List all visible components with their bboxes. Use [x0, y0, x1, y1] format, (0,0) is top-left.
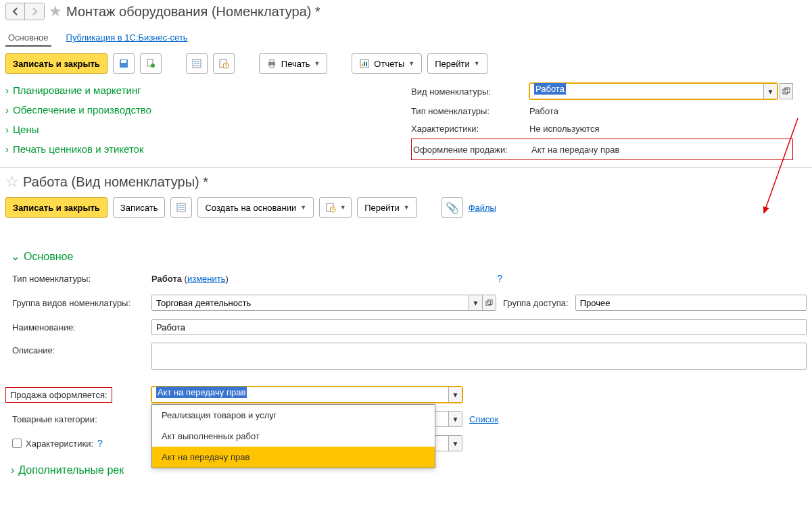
create-based-button[interactable]: Создать на основании ▼ — [197, 197, 314, 218]
list-icon — [191, 58, 202, 69]
combo-dropdown-button[interactable]: ▼ — [763, 84, 777, 99]
sale-label-highlight: Продажа оформляется: — [5, 387, 112, 403]
list-icon — [176, 202, 187, 213]
kind-value: Работа — [534, 83, 566, 95]
reports-button[interactable]: Отчеты ▼ — [352, 53, 422, 74]
open-icon — [485, 299, 493, 307]
save-close-button-2[interactable]: Записать и закрыть — [5, 197, 108, 218]
chars-checkbox[interactable] — [12, 439, 22, 448]
combo-dropdown-button[interactable]: ▼ — [448, 387, 462, 402]
combo-dropdown-button[interactable]: ▼ — [469, 295, 482, 310]
expander-supply[interactable]: ›Обеспечение и производство — [5, 100, 215, 120]
tab-main[interactable]: Основное — [5, 30, 51, 47]
print-icon — [266, 58, 277, 69]
dropdown-arrow-icon: ▼ — [314, 60, 320, 67]
kind-combo[interactable]: Работа ▼ — [529, 83, 778, 99]
attach-button[interactable]: 📎 — [441, 197, 463, 218]
description-textarea[interactable] — [151, 343, 807, 370]
save-button[interactable] — [113, 53, 135, 74]
combo-dropdown-button[interactable]: ▼ — [448, 436, 462, 451]
goto-button[interactable]: Перейти ▼ — [427, 53, 487, 74]
type-value-bold: Работа — [151, 274, 182, 284]
chevron-right-icon: › — [5, 84, 9, 96]
name-field[interactable] — [151, 319, 807, 335]
svg-rect-14 — [362, 64, 363, 66]
chevron-down-icon: ⌄ — [11, 250, 20, 263]
clock-doc-icon — [218, 58, 229, 69]
sale-value: Акт на передачу прав — [531, 145, 791, 155]
list-button[interactable] — [186, 53, 208, 74]
paperclip-icon: 📎 — [446, 201, 459, 214]
dropdown-option-3[interactable]: Акт на передачу прав — [152, 447, 435, 468]
chevron-right-icon: › — [11, 464, 14, 476]
kind-label: Вид номенклатуры: — [411, 86, 529, 97]
combo-dropdown-button[interactable]: ▼ — [448, 412, 462, 426]
dropdown-arrow-icon: ▼ — [340, 204, 346, 211]
main-section-header[interactable]: ⌄ Основное — [5, 245, 807, 270]
access-combo[interactable] — [575, 295, 807, 311]
reports-label: Отчеты — [374, 59, 404, 69]
svg-rect-11 — [270, 59, 274, 62]
sale-combo[interactable]: Акт на передачу прав ▼ — [151, 387, 462, 403]
expander-planning[interactable]: ›Планирование и маркетинг — [5, 80, 215, 100]
open-icon — [782, 87, 790, 95]
copy-icon — [145, 58, 156, 69]
chars-value: Не используются — [529, 124, 793, 134]
svg-point-3 — [151, 64, 155, 68]
expander-print-tags[interactable]: ›Печать ценников и этикеток — [5, 139, 215, 159]
back-button[interactable] — [6, 3, 25, 20]
save-icon — [118, 58, 129, 69]
print-button[interactable]: Печать ▼ — [259, 53, 328, 74]
arrow-left-icon — [10, 6, 21, 17]
goto-label: Перейти — [435, 59, 470, 69]
open-external-button[interactable] — [780, 83, 793, 99]
name-label: Наименование: — [5, 322, 151, 332]
change-link[interactable]: изменить — [187, 274, 226, 284]
dropdown-arrow-icon: ▼ — [300, 204, 306, 211]
svg-rect-16 — [366, 62, 367, 66]
save-close-button[interactable]: Записать и закрыть — [5, 53, 108, 74]
svg-rect-12 — [270, 65, 274, 68]
help-icon[interactable]: ? — [497, 273, 502, 284]
chevron-right-icon: › — [5, 104, 9, 116]
save-button-2[interactable]: Записать — [113, 197, 166, 218]
forward-button[interactable] — [25, 3, 44, 20]
goto-button-2[interactable]: Перейти ▼ — [357, 197, 416, 218]
expander-prices[interactable]: ›Цены — [5, 120, 215, 139]
group-combo[interactable]: ▼ — [151, 295, 496, 311]
group-input[interactable] — [152, 295, 469, 310]
page-title-2: Работа (Вид номенклатуры) * — [23, 174, 208, 190]
svg-rect-15 — [364, 61, 365, 66]
list-button-2[interactable] — [170, 197, 192, 218]
sale-label: Оформление продажи: — [413, 145, 531, 155]
access-label: Группа доступа: — [503, 298, 569, 308]
page-title: Монтаж оборудования (Номенклатура) * — [66, 4, 320, 20]
list-link[interactable]: Список — [469, 414, 498, 424]
chevron-right-icon: › — [5, 124, 9, 135]
favorite-star-icon[interactable]: ★ — [49, 3, 62, 20]
desc-label: Описание: — [5, 343, 151, 355]
dropdown-arrow-icon: ▼ — [408, 60, 414, 67]
name-input[interactable] — [152, 320, 806, 334]
copy-button[interactable] — [140, 53, 162, 74]
nav-group — [5, 3, 45, 20]
dropdown-arrow-icon: ▼ — [474, 60, 480, 67]
help-icon[interactable]: ? — [97, 438, 103, 449]
access-input[interactable] — [576, 295, 806, 310]
print-label: Печать — [281, 59, 310, 69]
favorite-star-icon[interactable]: ☆ — [5, 173, 19, 191]
chart-icon — [359, 58, 370, 69]
files-link[interactable]: Файлы — [469, 203, 496, 213]
chars-checkbox-label: Характеристики: — [26, 439, 93, 449]
svg-rect-1 — [121, 60, 126, 63]
tab-publish[interactable]: Публикация в 1С:Бизнес-сеть — [64, 30, 191, 47]
type-label: Тип номенклатуры: — [411, 106, 529, 116]
chars-label: Характеристики: — [411, 124, 529, 134]
dropdown-option-1[interactable]: Реализация товаров и услуг — [152, 405, 435, 426]
chevron-right-icon: › — [5, 143, 9, 155]
schedule-button-2[interactable]: ▼ — [319, 197, 352, 218]
combo-open-button[interactable] — [482, 295, 496, 310]
sale-dropdown-list: Реализация товаров и услуг Акт выполненн… — [151, 404, 435, 468]
schedule-button[interactable] — [213, 53, 235, 74]
dropdown-option-2[interactable]: Акт выполненных работ — [152, 426, 435, 447]
